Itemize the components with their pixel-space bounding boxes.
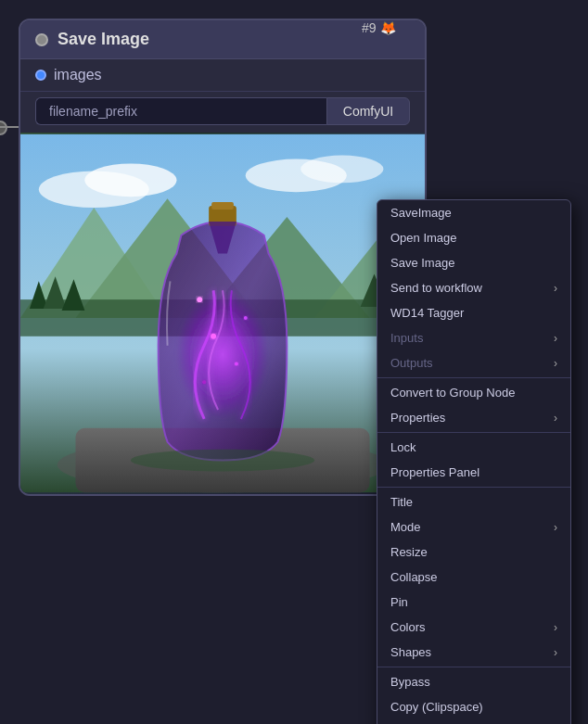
inputs-item-label: Inputs — [390, 331, 423, 345]
resize-item[interactable]: Resize — [377, 540, 570, 565]
bypass-item[interactable]: Bypass — [377, 669, 570, 694]
svg-point-24 — [235, 362, 238, 366]
node-input-row: images — [20, 59, 425, 92]
collapse-item[interactable]: Collapse — [377, 565, 570, 590]
open-image-item-label: Open Image — [390, 231, 457, 245]
copy-clipboard-item-label: Copy (Clipspace) — [390, 700, 483, 714]
open-maskeditor-item[interactable]: Open in MaskEditor — [377, 719, 570, 724]
menu-items-container: SaveImageOpen ImageSave ImageSend to wor… — [377, 200, 570, 724]
send-workflow-item-label: Send to workflow — [390, 281, 482, 295]
title-item-label: Title — [390, 495, 413, 509]
node-prefix-row[interactable]: filename_prefix ComfyUI — [20, 92, 425, 133]
input-connector-dot — [35, 70, 46, 81]
divider2 — [377, 432, 570, 433]
collapse-item-label: Collapse — [390, 570, 438, 584]
open-image-item[interactable]: Open Image — [377, 225, 570, 250]
outputs-item: Outputs› — [377, 350, 570, 375]
resize-item-label: Resize — [390, 545, 428, 559]
properties-panel-item-label: Properties Panel — [390, 465, 479, 479]
title-item[interactable]: Title — [377, 489, 570, 514]
divider3 — [377, 487, 570, 488]
mode-item-label: Mode — [390, 520, 421, 534]
mode-item-arrow: › — [554, 521, 557, 534]
colors-item-label: Colors — [390, 620, 426, 634]
lock-item[interactable]: Lock — [377, 435, 570, 460]
svg-point-22 — [244, 316, 248, 320]
colors-item-arrow: › — [554, 621, 557, 634]
prefix-value[interactable]: ComfyUI — [326, 97, 410, 125]
prefix-field[interactable]: filename_prefix — [35, 97, 326, 125]
shapes-item-arrow: › — [554, 646, 557, 659]
shapes-item[interactable]: Shapes› — [377, 640, 570, 665]
node-title: Save Image — [58, 30, 149, 49]
copy-clipboard-item[interactable]: Copy (Clipspace) — [377, 694, 570, 719]
save-image-node: Save Image images filename_prefix ComfyU… — [19, 19, 427, 496]
convert-group-item-label: Convert to Group Node — [390, 386, 515, 400]
save-image-menu-item-label: Save Image — [390, 256, 454, 270]
svg-point-26 — [131, 450, 314, 472]
lock-item-label: Lock — [390, 440, 415, 454]
save-image-item-label: SaveImage — [390, 206, 452, 220]
pin-item[interactable]: Pin — [377, 590, 570, 615]
inputs-item: Inputs› — [377, 325, 570, 350]
svg-point-20 — [176, 290, 268, 419]
svg-point-21 — [197, 297, 202, 302]
svg-point-25 — [202, 380, 206, 384]
connector-line — [0, 126, 20, 128]
node-title-dot — [35, 33, 48, 46]
svg-point-23 — [211, 334, 216, 339]
svg-point-2 — [84, 163, 176, 197]
convert-group-item[interactable]: Convert to Group Node — [377, 380, 570, 405]
divider1 — [377, 377, 570, 378]
input-label: images — [54, 67, 102, 83]
save-image-menu-item[interactable]: Save Image — [377, 250, 570, 275]
outputs-item-label: Outputs — [390, 356, 433, 370]
bypass-item-label: Bypass — [390, 675, 430, 689]
context-menu: SaveImageOpen ImageSave ImageSend to wor… — [377, 199, 571, 724]
send-workflow-item[interactable]: Send to workflow› — [377, 275, 570, 300]
properties-item-label: Properties — [390, 411, 445, 425]
node-image — [20, 133, 425, 494]
svg-point-4 — [300, 156, 383, 184]
properties-item[interactable]: Properties› — [377, 405, 570, 430]
colors-item[interactable]: Colors› — [377, 615, 570, 640]
divider4 — [377, 667, 570, 667]
node-emoji: 🦊 — [380, 20, 396, 35]
properties-item-arrow: › — [554, 412, 557, 425]
shapes-item-label: Shapes — [390, 645, 431, 659]
outputs-item-arrow: › — [554, 357, 557, 370]
properties-panel-item[interactable]: Properties Panel — [377, 460, 570, 485]
wd14-tagger-item-label: WD14 Tagger — [390, 306, 464, 320]
pin-item-label: Pin — [390, 595, 408, 609]
bottle-scene-svg — [20, 133, 425, 494]
save-image-item[interactable]: SaveImage — [377, 200, 570, 225]
node-badge: #9 🦊 — [362, 20, 396, 35]
svg-rect-19 — [211, 202, 234, 210]
node-number: #9 — [362, 20, 377, 35]
inputs-item-arrow: › — [554, 332, 557, 345]
send-workflow-item-arrow: › — [554, 282, 557, 295]
mode-item[interactable]: Mode› — [377, 514, 570, 540]
wd14-tagger-item[interactable]: WD14 Tagger — [377, 300, 570, 325]
